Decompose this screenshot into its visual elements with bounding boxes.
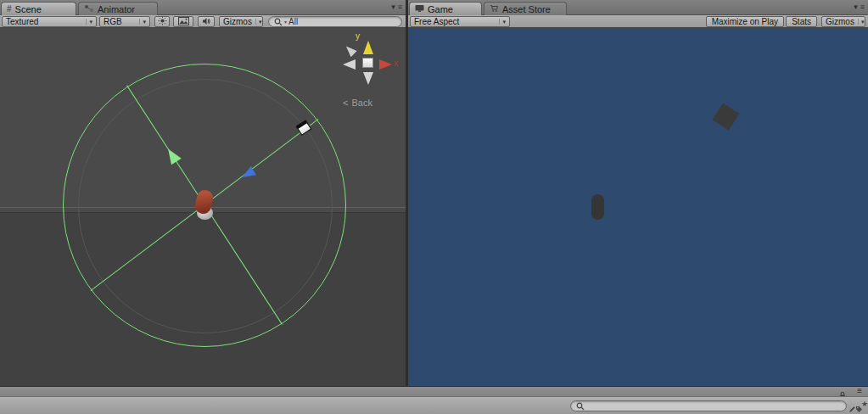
bottom-search-field[interactable] — [570, 400, 847, 411]
panel-dropdown-icon[interactable]: ▾ — [391, 3, 395, 11]
game-object-cube — [713, 104, 740, 131]
favorites-star-icon[interactable]: ★ — [861, 400, 868, 408]
orientation-gizmo-neg-x-axis[interactable] — [343, 59, 356, 70]
panel-burger-icon[interactable]: ≡ — [398, 3, 402, 11]
tab-animator-label: Animator — [98, 4, 135, 14]
tab-game[interactable]: Game — [409, 2, 482, 15]
aspect-ratio-dropdown[interactable]: Free Aspect ▾ — [410, 16, 510, 27]
color-mode-value: RGB — [104, 18, 122, 26]
game-panel-menu: ▾ ≡ — [854, 3, 865, 11]
lighting-toggle-button[interactable] — [154, 16, 170, 27]
orientation-gizmo-neg-y-axis[interactable] — [363, 72, 373, 85]
color-mode-dropdown[interactable]: RGB ▾ — [99, 16, 150, 27]
scene-gizmos-label: Gizmos — [223, 18, 252, 26]
game-gizmos-label: Gizmos — [826, 18, 854, 26]
axis-x-label: x — [394, 59, 398, 68]
maximize-on-play-button[interactable]: Maximize on Play — [706, 16, 784, 27]
panel-dropdown-icon[interactable]: ▾ — [854, 3, 858, 11]
animator-icon — [84, 4, 94, 14]
render-mode-dropdown[interactable]: Textured ▾ — [2, 16, 97, 27]
aspect-ratio-value: Free Aspect — [414, 18, 459, 26]
back-text: Back — [351, 98, 372, 108]
tab-scene[interactable]: # Scene — [1, 2, 76, 15]
scene-search-field[interactable]: ▾ — [268, 16, 402, 27]
scene-viewport[interactable]: y x < Back — [0, 28, 406, 386]
effects-toggle-button[interactable] — [173, 16, 193, 27]
game-toolbar: Free Aspect ▾ Maximize on Play Stats Giz… — [408, 15, 868, 28]
axis-y-label: y — [356, 31, 360, 41]
game-object-capsule — [591, 194, 604, 220]
back-chevron: < — [343, 98, 348, 108]
bottom-toolbar: ★ — [0, 396, 868, 414]
chevron-down-icon: ▾ — [86, 19, 92, 25]
audio-toggle-button[interactable] — [198, 16, 215, 27]
orientation-gizmo-y-axis[interactable] — [363, 41, 373, 54]
speaker-icon — [202, 17, 211, 27]
scene-toolbar: Textured ▾ RGB ▾ Gizmos ▾ ▾ — [0, 15, 406, 28]
panel-burger-icon[interactable]: ≡ — [860, 3, 865, 11]
chevron-down-icon: ▾ — [858, 19, 865, 25]
game-panel-tabbar: Game Asset Store ▾ ≡ — [408, 0, 868, 15]
scene-panel-tabbar: # Scene Animator ▾ ≡ — [0, 0, 406, 15]
scene-grid-icon: # — [7, 4, 12, 14]
chevron-down-icon: ▾ — [499, 19, 506, 25]
tab-scene-label: Scene — [15, 4, 42, 14]
maximize-on-play-label: Maximize on Play — [712, 18, 778, 26]
render-mode-value: Textured — [6, 18, 38, 26]
stats-label: Stats — [792, 18, 811, 26]
stats-button[interactable]: Stats — [786, 16, 817, 27]
view-direction-label[interactable]: < Back — [343, 98, 372, 108]
game-viewport[interactable] — [408, 28, 868, 386]
game-icon — [415, 4, 424, 14]
search-icon — [576, 399, 585, 414]
scene-gizmos-dropdown[interactable]: Gizmos ▾ — [219, 16, 263, 27]
tab-asset-store[interactable]: Asset Store — [484, 2, 567, 15]
cart-icon — [490, 4, 499, 14]
scene-panel-menu: ▾ ≡ — [391, 3, 402, 11]
sun-icon — [158, 16, 167, 27]
chevron-down-icon: ▾ — [255, 19, 262, 25]
tab-asset-store-label: Asset Store — [502, 4, 551, 14]
orientation-gizmo-z-axis[interactable] — [343, 43, 356, 57]
search-icon — [274, 14, 283, 30]
bottom-search-input[interactable] — [586, 401, 841, 411]
orientation-gizmo-x-axis[interactable] — [379, 59, 392, 70]
tab-game-label: Game — [428, 4, 453, 14]
orientation-gizmo-cube[interactable] — [362, 58, 373, 68]
status-strip: ≡ — [0, 386, 868, 396]
game-gizmos-dropdown[interactable]: Gizmos ▾ — [821, 16, 865, 27]
scene-search-input[interactable] — [288, 17, 396, 26]
tab-animator[interactable]: Animator — [78, 2, 158, 15]
search-filter-arrow-icon[interactable]: ▾ — [284, 19, 287, 25]
image-icon — [178, 17, 189, 27]
unity-editor-window: # Scene Animator ▾ ≡ Textured ▾ RGB ▾ — [0, 0, 868, 414]
menu-burger-icon[interactable]: ≡ — [857, 386, 862, 395]
chevron-down-icon: ▾ — [139, 19, 146, 25]
